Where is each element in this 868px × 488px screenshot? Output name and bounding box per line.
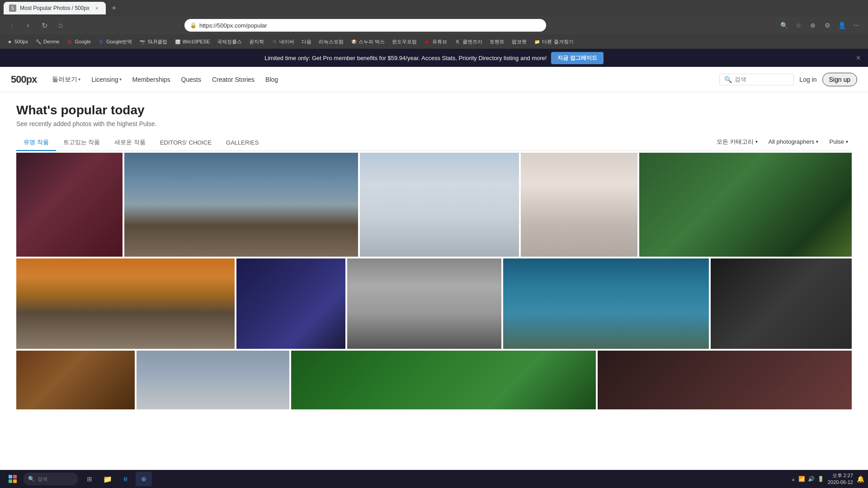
bookmark-naver[interactable]: N 네이버	[269, 38, 297, 46]
photo-item[interactable]	[639, 153, 852, 257]
bookmark-slr[interactable]: 📷 SLR클럽	[137, 38, 170, 46]
tab-trending[interactable]: 트고있는 작품	[56, 135, 108, 151]
bookmark-icon: N	[271, 38, 278, 45]
bookmark-gong[interactable]: 꽁지학	[246, 38, 267, 46]
bookmark-label: 다음	[302, 38, 311, 45]
search-box[interactable]: 🔍	[719, 74, 794, 85]
home-button[interactable]: ⌂	[54, 19, 67, 32]
upgrade-button[interactable]: 지금 업그레이드	[551, 52, 603, 64]
photo-item[interactable]	[16, 351, 135, 409]
extensions-icon[interactable]: ⚙	[821, 19, 834, 32]
tab-close-button[interactable]: ×	[93, 5, 100, 12]
sort-filter[interactable]: Pulse ▾	[826, 136, 852, 147]
new-tab-button[interactable]: +	[108, 2, 120, 14]
collection-icon[interactable]: ⊕	[807, 19, 819, 32]
bookmark-cleanzy[interactable]: K 클엔즈이	[452, 38, 485, 46]
bookmark-denme[interactable]: 🔧 Denme	[33, 38, 62, 46]
nav-memberships[interactable]: Memberships	[128, 73, 175, 86]
nav-licensing[interactable]: Licensing ▾	[87, 73, 126, 86]
photo-grid-row1	[16, 153, 852, 257]
browser-actions: 🔍 ☆ ⊕ ⚙ 👤 ⋯	[778, 19, 863, 32]
photo-item[interactable]	[16, 258, 235, 349]
sort-label: Pulse	[829, 138, 844, 145]
nav-creator-stories[interactable]: Creator Stories	[208, 73, 259, 86]
tab-label: 새로운 작품	[114, 139, 146, 145]
banner-close-button[interactable]: ×	[856, 53, 861, 63]
nav-quests[interactable]: Quests	[177, 73, 206, 86]
tab-label: GALLERIES	[226, 139, 259, 146]
browser-tab[interactable]: 5 Most Popular Photos / 500px ×	[4, 2, 106, 14]
photo-item[interactable]	[137, 351, 289, 409]
tab-label: 트고있는 작품	[63, 139, 100, 145]
photo-item[interactable]	[16, 153, 123, 257]
star-icon[interactable]: ☆	[792, 19, 805, 32]
url-bar[interactable]: 🔒 https://500px.com/popular	[184, 19, 546, 32]
page-title: What's popular today	[16, 103, 852, 117]
photo-item[interactable]	[711, 258, 852, 349]
tab-fresh[interactable]: 새로운 작품	[107, 135, 153, 151]
photographers-filter[interactable]: All photographers ▾	[765, 136, 822, 147]
photo-item[interactable]	[236, 258, 345, 349]
browser-chrome: 5 Most Popular Photos / 500px × + ‹ › ↻ …	[0, 0, 868, 49]
bookmark-icon: G	[98, 38, 104, 45]
tab-label: 유명 작품	[24, 139, 49, 145]
browse-label: 둘러보기	[52, 75, 77, 84]
bookmark-icon: 🪟	[175, 38, 181, 45]
login-button[interactable]: Log in	[799, 76, 816, 83]
bookmark-icon: K	[454, 38, 461, 45]
creator-stories-label: Creator Stories	[212, 76, 255, 83]
tab-popular[interactable]: 유명 작품	[16, 135, 56, 151]
bookmark-torrent[interactable]: 토헨트	[487, 38, 507, 46]
nav-blog[interactable]: Blog	[261, 73, 283, 86]
photo-grid-row3	[16, 351, 852, 409]
signup-button[interactable]: Sign up	[822, 73, 857, 86]
bookmark-google[interactable]: G Google	[64, 38, 93, 46]
site-nav: 500px 둘러보기 ▾ Licensing ▾ Memberships Que…	[0, 67, 868, 92]
category-filter[interactable]: 모든 카테고리 ▾	[713, 136, 761, 148]
bookmarks-bar: ★ 500px 🔧 Denme G Google G Google번역 📷 SL…	[0, 34, 868, 49]
bookmark-win10[interactable]: 🪟 Win10PESE	[172, 38, 213, 46]
bookmark-linux[interactable]: 리눅스포럼	[316, 38, 346, 46]
photo-item[interactable]	[291, 351, 596, 409]
tab-label: EDITORS' CHOICE	[160, 139, 212, 146]
bookmark-popket[interactable]: 팝코펫	[509, 38, 529, 46]
address-bar: ‹ › ↻ ⌂ 🔒 https://500px.com/popular 🔍 ☆ …	[0, 16, 868, 34]
photo-grid-row2	[16, 258, 852, 349]
bookmark-intl[interactable]: 국제정률스	[214, 38, 245, 46]
tab-galleries[interactable]: GALLERIES	[219, 136, 266, 150]
bookmark-youtube[interactable]: ▶ 유튜브	[421, 38, 450, 46]
site-logo[interactable]: 500px	[11, 74, 37, 85]
memberships-label: Memberships	[132, 76, 170, 83]
photo-item[interactable]	[347, 258, 501, 349]
tab-bar: 5 Most Popular Photos / 500px × +	[0, 0, 868, 16]
refresh-button[interactable]: ↻	[38, 19, 51, 32]
back-button[interactable]: ‹	[5, 19, 18, 32]
bookmark-label: 윈도우포럼	[392, 38, 417, 45]
bookmark-windows-forum[interactable]: 윈도우포럼	[389, 38, 420, 46]
nav-browse[interactable]: 둘러보기 ▾	[47, 73, 85, 86]
photo-item[interactable]	[124, 153, 358, 257]
photo-item[interactable]	[521, 153, 637, 257]
bookmark-label: 국제정률스	[217, 38, 242, 45]
bookmark-google-translate[interactable]: G Google번역	[95, 38, 135, 46]
chevron-down-icon: ▾	[816, 139, 818, 144]
tab-editors-choice[interactable]: EDITORS' CHOICE	[153, 136, 219, 150]
bookmark-label: 토헨트	[490, 38, 505, 45]
photo-item[interactable]	[598, 351, 852, 409]
forward-button[interactable]: ›	[22, 19, 34, 32]
bookmark-other[interactable]: 📁 다른 즐겨찾기	[531, 38, 576, 46]
chevron-down-icon: ▾	[119, 77, 122, 82]
bookmark-daum[interactable]: 다음	[299, 38, 314, 46]
bookmark-label: Denme	[43, 39, 59, 44]
photo-item[interactable]	[503, 258, 708, 349]
menu-icon[interactable]: ⋯	[850, 19, 863, 32]
search-input[interactable]	[735, 76, 789, 83]
search-icon[interactable]: 🔍	[778, 19, 790, 32]
bookmark-500px[interactable]: ★ 500px	[4, 38, 31, 46]
photo-item[interactable]	[360, 153, 519, 257]
bookmark-label: 꽁지학	[249, 38, 264, 45]
chevron-down-icon: ▾	[846, 139, 848, 144]
account-icon[interactable]: 👤	[835, 19, 848, 32]
bookmark-icon: 📷	[139, 38, 146, 45]
bookmark-snoopy[interactable]: 🐶 스누피 박스	[348, 38, 387, 46]
